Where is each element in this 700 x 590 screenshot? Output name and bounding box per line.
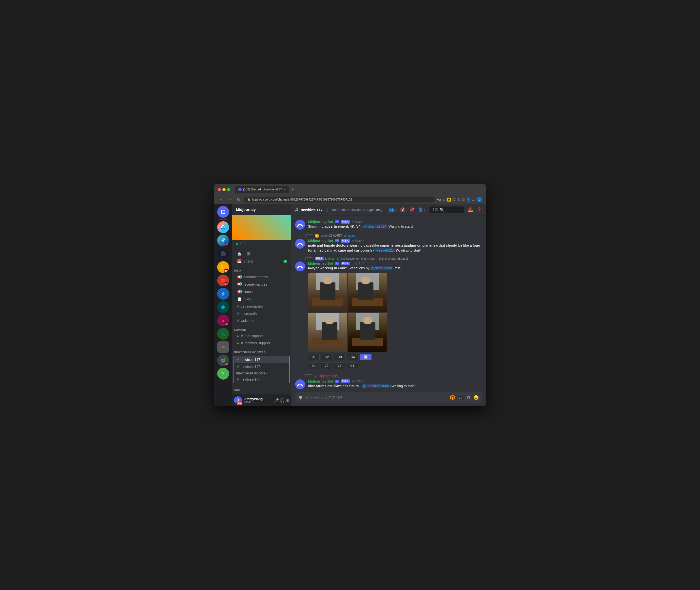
- members-count-icon[interactable]: 👥 4: [388, 207, 397, 213]
- channel-announcements[interactable]: 📢 announcements: [234, 273, 289, 280]
- u3-button[interactable]: U3: [334, 354, 346, 360]
- reload-button[interactable]: ↻: [236, 197, 242, 202]
- mute-button[interactable]: 🎤: [274, 398, 279, 403]
- server-icon-6[interactable]: 🔷: [217, 301, 229, 313]
- split-view-icon[interactable]: ⊡: [462, 198, 465, 202]
- active-tab[interactable]: (108) Discord | #newbies-117 ✕: [235, 186, 289, 193]
- message-time-4: 今天21:47: [352, 379, 364, 383]
- bot-avatar-2: [295, 239, 305, 249]
- channel-name-trial-support: trial-support: [245, 334, 287, 338]
- muted-icon[interactable]: 🔇: [400, 207, 406, 213]
- chat-header: # newbies-117 | Bot room for new users. …: [291, 204, 486, 216]
- reply-line-2: [305, 234, 313, 237]
- channel-name-recent-changes: recent-changes: [243, 282, 287, 286]
- category-support[interactable]: SUPPORT: [232, 324, 291, 332]
- server-icon-ios[interactable]: iOS: [217, 341, 229, 353]
- server-icon-9[interactable]: 🌿 5: [217, 355, 229, 366]
- add-member-icon[interactable]: +: [285, 358, 287, 362]
- lawyer-image-2: [348, 273, 387, 312]
- gif-icon[interactable]: GIF: [458, 396, 464, 400]
- search-bar[interactable]: 搜索 🔍: [430, 206, 464, 213]
- address-bar[interactable]: 🔒 https://discord.com/channels/662267976…: [244, 197, 435, 202]
- deafen-button[interactable]: 🎧: [280, 398, 285, 403]
- close-tab-icon[interactable]: ✕: [283, 188, 285, 191]
- server-icon-3[interactable]: 💫 58: [217, 261, 229, 273]
- forward-button[interactable]: →: [227, 197, 234, 202]
- channel-newbies-117[interactable]: # newbies-117 +: [234, 356, 289, 363]
- u4-button[interactable]: U4: [347, 354, 359, 360]
- message-text-1: Slimming advertisement, 4K, V4 - @Usama2…: [308, 224, 482, 229]
- r-ext-icon[interactable]: R: [447, 198, 451, 202]
- reply-indicator-3: 机器人 Midjourney Bot lawyer working in cou…: [295, 257, 482, 261]
- action-buttons-row1: U1 U2 U3 U4 🔄: [308, 354, 482, 360]
- server-icon-4[interactable]: 🔴 21: [217, 275, 229, 286]
- channel-name-getting-started: getting-started: [241, 304, 287, 308]
- help-icon[interactable]: ❓: [476, 207, 482, 213]
- user-actions: 🎤 🎧 ⚙: [274, 398, 289, 403]
- inbox-icon[interactable]: 📥: [467, 207, 473, 213]
- channel-rules[interactable]: 📋 rules: [234, 295, 289, 303]
- server-icon-8[interactable]: 🐾: [217, 328, 229, 339]
- u2-button[interactable]: U2: [321, 354, 333, 360]
- refresh-icon[interactable]: ↻: [457, 198, 460, 202]
- server-icon-1[interactable]: 🌍 1: [217, 234, 229, 247]
- new-tab-button[interactable]: +: [291, 187, 294, 192]
- server-status: 公开: [240, 242, 246, 246]
- star-icon[interactable]: ☆: [443, 198, 446, 202]
- channel-getting-started[interactable]: # getting-started: [234, 303, 289, 310]
- sidebar-item-events[interactable]: 📅 2 活动 2: [234, 258, 289, 265]
- v2-button[interactable]: V2: [321, 362, 332, 369]
- channel-name-status: status: [243, 290, 287, 294]
- add-attachment-icon[interactable]: ⊕: [298, 394, 302, 401]
- channel-newbies-147[interactable]: # newbies-147: [234, 363, 289, 370]
- add-member-header-icon[interactable]: 👤+: [418, 207, 426, 213]
- category-info[interactable]: INFO: [232, 265, 291, 273]
- gift-icon[interactable]: 🎁: [450, 395, 455, 400]
- more-icon[interactable]: …: [472, 198, 475, 202]
- server-icon-midjourney[interactable]: 🌊: [217, 221, 229, 233]
- svg-point-11: [301, 384, 302, 386]
- channel-member-support[interactable]: ▶ # member-support: [234, 339, 289, 347]
- channel-newbies-177[interactable]: # newbies-177: [234, 376, 289, 383]
- channel-status[interactable]: 📢 status: [234, 288, 289, 295]
- v4-button[interactable]: V4: [347, 362, 358, 369]
- discord-home-icon[interactable]: ⊞: [217, 206, 229, 218]
- channel-welcome[interactable]: # welcome: [234, 317, 289, 324]
- shield-icon[interactable]: 🛡: [452, 198, 456, 202]
- sticker-icon[interactable]: 🗒: [466, 395, 471, 400]
- imagine-link-2[interactable]: /imagine: [344, 234, 355, 237]
- emoji-icon[interactable]: 😊: [473, 395, 479, 400]
- u1-button[interactable]: U1: [308, 354, 320, 360]
- channel-micro-polls[interactable]: # micro-polls: [234, 310, 289, 317]
- message-group-4: Midjourney Bot ✓ 机器人 今天21:47 dinosaures …: [295, 379, 482, 389]
- category-chat[interactable]: CHAT: [232, 384, 291, 392]
- channel-discussion[interactable]: ▶ # discussion: [234, 392, 289, 394]
- server-header[interactable]: Midjourney ✓: [232, 204, 291, 215]
- server-icon-5[interactable]: ⚡: [217, 288, 229, 300]
- channel-trial-support[interactable]: ▶ # trial-support: [234, 332, 289, 339]
- message-author-4: Midjourney Bot: [308, 379, 333, 383]
- bing-icon[interactable]: b: [477, 197, 482, 202]
- v3-button[interactable]: V3: [334, 362, 345, 369]
- server-icon-7[interactable]: 🔺 5: [217, 314, 229, 326]
- chat-input-field[interactable]: [305, 396, 447, 400]
- sidebar-item-home[interactable]: 🏠 主页: [234, 251, 289, 258]
- minimize-button[interactable]: [223, 188, 226, 191]
- message-group-2: Midjourney Bot ✓ 机器人 今天21:47 male and fe…: [295, 239, 482, 253]
- category-newcomer4[interactable]: NEWCOMER ROOMS 4: [234, 370, 289, 376]
- refresh-button[interactable]: 🔄: [360, 354, 371, 360]
- close-button[interactable]: [218, 188, 221, 191]
- category-newcomer3[interactable]: NEWCOMER ROOMS 3: [232, 347, 291, 355]
- server-icon-10[interactable]: Y: [217, 368, 229, 380]
- v1-button[interactable]: V1: [308, 362, 320, 369]
- settings-button[interactable]: ⚙: [286, 398, 289, 403]
- server-icon-2[interactable]: ⚫: [217, 248, 229, 260]
- channel-recent-changes[interactable]: 📢 recent-changes: [234, 281, 289, 288]
- back-button[interactable]: ←: [218, 197, 225, 202]
- pin-icon[interactable]: 📌: [409, 207, 415, 213]
- reading-mode-icon[interactable]: Aa: [437, 198, 441, 202]
- bot-badge-2: 机器人: [341, 239, 350, 243]
- profile-icon[interactable]: 👤: [466, 198, 470, 202]
- fullscreen-button[interactable]: [227, 188, 230, 191]
- channel-list: 🏠 主页 📅 2 活动 2 INFO 📢 announcements: [232, 248, 291, 394]
